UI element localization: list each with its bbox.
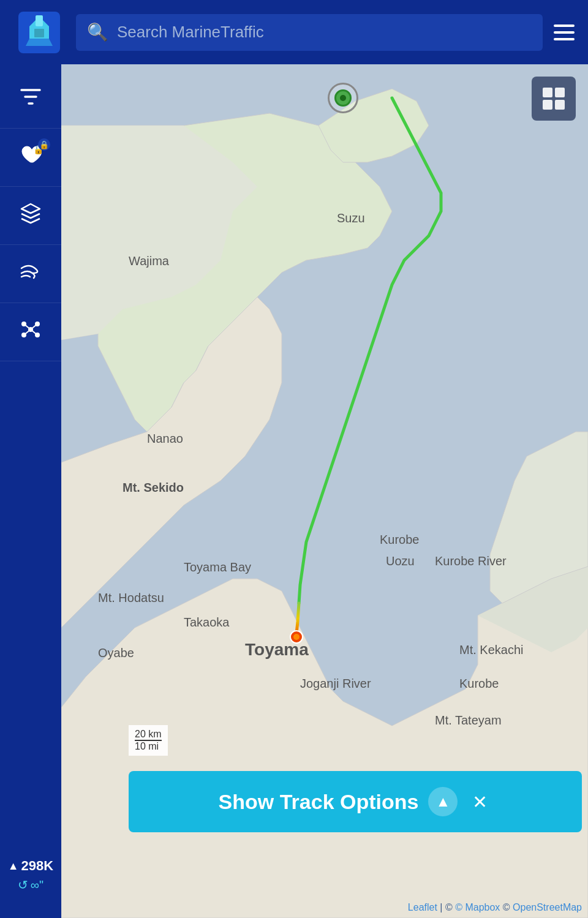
wind-icon xyxy=(19,260,42,288)
vessel-arrow-icon: ▲ xyxy=(8,860,19,873)
header: 🔍 xyxy=(0,0,588,64)
track-options-chevron-btn[interactable]: ▲ xyxy=(428,787,458,816)
heart-icon: 🔒 xyxy=(20,144,42,171)
ship-marker-inner xyxy=(334,89,352,107)
ship-marker[interactable] xyxy=(328,83,358,113)
leaflet-link[interactable]: Leaflet xyxy=(408,902,437,912)
menu-button[interactable] xyxy=(549,17,579,48)
hamburger-line-3 xyxy=(554,38,575,40)
svg-rect-20 xyxy=(543,100,552,110)
scale-bar: 20 km 10 mi xyxy=(129,725,168,756)
map-container[interactable]: Suzu Wajima Nanao Mt. Sekido Toyama Bay … xyxy=(61,64,588,918)
svg-rect-4 xyxy=(34,29,44,37)
search-icon: 🔍 xyxy=(87,22,108,42)
attribution-sep2: © xyxy=(503,902,513,912)
refresh-button[interactable]: ↺ ∞" xyxy=(18,878,43,892)
sidebar-item-filter[interactable] xyxy=(0,70,61,129)
search-input[interactable] xyxy=(117,23,532,42)
track-options-banner[interactable]: Show Track Options ▲ ✕ xyxy=(129,771,582,832)
chevron-up-icon: ▲ xyxy=(436,793,451,810)
attribution: Leaflet | © © Mapbox © OpenStreetMap xyxy=(408,902,582,913)
svg-line-11 xyxy=(24,324,31,329)
bottom-bar: ▲ 298K ↺ ∞" xyxy=(0,832,61,918)
osm-link[interactable]: OpenStreetMap xyxy=(513,902,582,912)
svg-marker-3 xyxy=(26,39,53,46)
svg-line-12 xyxy=(31,324,37,329)
refresh-label: ∞" xyxy=(31,878,43,892)
mapbox-name[interactable]: Mapbox xyxy=(465,902,500,912)
scale-km-row: 20 km xyxy=(135,729,162,741)
sidebar-item-weather[interactable] xyxy=(0,245,61,303)
map-layer-button[interactable] xyxy=(532,77,576,121)
hamburger-line-2 xyxy=(554,31,575,34)
sidebar-item-connections[interactable] xyxy=(0,303,61,361)
track-options-label: Show Track Options xyxy=(219,790,419,814)
map-layer-icon xyxy=(541,86,566,111)
layers-icon xyxy=(19,201,42,230)
sidebar: 🔒 🔒 xyxy=(0,64,61,918)
refresh-icon: ↺ xyxy=(18,878,28,892)
ship-marker-dot xyxy=(340,95,346,101)
svg-rect-19 xyxy=(555,88,565,97)
sidebar-item-layers[interactable] xyxy=(0,187,61,245)
svg-rect-21 xyxy=(555,100,565,110)
vessel-count: ▲ 298K xyxy=(8,858,53,874)
search-bar[interactable]: 🔍 xyxy=(76,14,543,51)
app-logo xyxy=(18,12,60,53)
scale-mi-label: 10 mi xyxy=(135,741,159,752)
scale-km-label: 20 km xyxy=(135,729,162,740)
scale-mi-row: 10 mi xyxy=(135,741,162,752)
svg-rect-18 xyxy=(543,88,552,97)
lock-badge: 🔒 xyxy=(38,138,50,151)
filter-icon xyxy=(19,85,42,113)
svg-rect-2 xyxy=(36,15,43,26)
track-options-close-btn[interactable]: ✕ xyxy=(467,789,492,814)
mapbox-link[interactable]: © xyxy=(455,902,465,912)
vessel-count-value: 298K xyxy=(21,858,54,874)
hamburger-line-1 xyxy=(554,24,575,27)
close-icon: ✕ xyxy=(472,791,488,813)
svg-point-17 xyxy=(293,634,300,640)
svg-line-13 xyxy=(24,329,31,335)
logo-area xyxy=(9,12,70,53)
svg-line-14 xyxy=(31,329,37,335)
connections-icon xyxy=(19,318,42,346)
attribution-sep1: | © xyxy=(440,902,455,912)
sidebar-item-favorites[interactable]: 🔒 🔒 xyxy=(0,129,61,187)
